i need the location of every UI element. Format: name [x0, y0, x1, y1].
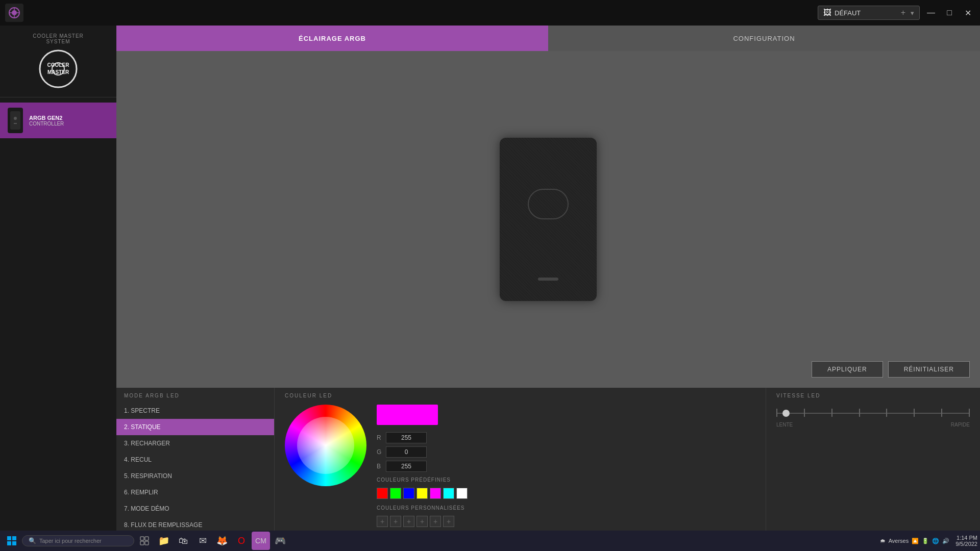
task-view-button[interactable]	[135, 532, 154, 550]
app2-button[interactable]: 🎮	[271, 532, 289, 550]
swatch-cyan[interactable]	[443, 488, 454, 499]
svg-point-1	[12, 10, 17, 15]
app1-button[interactable]: CM	[252, 532, 270, 550]
svg-text:MASTER: MASTER	[47, 69, 69, 75]
custom-slot-5[interactable]: +	[430, 516, 441, 527]
titlebar-right: 🖼 DÉFAUT + ▾ — □ ✕	[818, 6, 975, 20]
swatch-blue[interactable]	[403, 488, 414, 499]
svg-rect-6	[7, 536, 11, 540]
swatch-red[interactable]	[377, 488, 388, 499]
fast-label: RAPIDE	[951, 422, 970, 428]
apply-button[interactable]: APPLIQUER	[812, 361, 883, 378]
store-button[interactable]: 🛍	[174, 532, 192, 550]
custom-slot-6[interactable]: +	[443, 516, 454, 527]
custom-slots: + + + + + +	[377, 516, 755, 527]
sidebar: COOLER MASTER SYSTEM COOLER MASTER ARGB …	[0, 26, 116, 531]
file-explorer-button[interactable]: 📁	[155, 532, 173, 550]
mode-item-statique[interactable]: 2. STATIQUE	[116, 419, 274, 435]
device-label: ARGB GEN2 CONTROLLER	[29, 115, 64, 127]
opera-button[interactable]: O	[232, 532, 251, 550]
bottom-panel: MODE ARGB LED 1. SPECTRE 2. STATIQUE 3. …	[116, 388, 980, 531]
speed-section: VITESSE LED LENTE RAPIDE	[766, 388, 980, 531]
svg-rect-12	[140, 541, 144, 545]
mode-item-recharger[interactable]: 3. RECHARGER	[116, 435, 274, 452]
speed-tick-4	[859, 409, 860, 417]
swatch-white[interactable]	[456, 488, 468, 499]
mode-section-label: MODE ARGB LED	[116, 393, 274, 403]
swatch-yellow[interactable]	[416, 488, 428, 499]
reset-button[interactable]: RÉINITIALISER	[888, 361, 970, 378]
slow-label: LENTE	[776, 422, 793, 428]
main-content: ÉCLAIRAGE ARGB CONFIGURATION APPLIQUER R…	[116, 26, 980, 531]
profile-selector[interactable]: 🖼 DÉFAUT + ▾	[818, 6, 920, 20]
custom-slot-1[interactable]: +	[377, 516, 388, 527]
svg-rect-10	[140, 537, 144, 540]
custom-slot-3[interactable]: +	[403, 516, 414, 527]
brand-line1: COOLER MASTER	[33, 33, 84, 39]
tab-configuration[interactable]: CONFIGURATION	[548, 26, 980, 51]
custom-slot-2[interactable]: +	[390, 516, 401, 527]
start-button[interactable]	[3, 532, 21, 550]
speed-tick-3	[831, 409, 832, 417]
mode-item-demo[interactable]: 7. MODE DÉMO	[116, 500, 274, 517]
tab-eclairage[interactable]: ÉCLAIRAGE ARGB	[116, 26, 548, 51]
search-icon: 🔍	[29, 537, 36, 544]
svg-point-2	[40, 51, 77, 87]
speed-markers	[776, 409, 970, 417]
mode-item-respiration[interactable]: 5. RESPIRATION	[116, 468, 274, 484]
svg-rect-9	[12, 541, 16, 545]
b-input[interactable]	[386, 461, 427, 472]
color-section: COULEUR LED R G B	[275, 388, 766, 531]
maximize-button[interactable]: □	[942, 6, 957, 20]
system-tray: 🌧 Averses 🔼 🔋 🌐 🔊	[875, 538, 955, 544]
speed-tick-7	[941, 409, 942, 417]
speed-tick-5	[886, 409, 887, 417]
device-logo-outline	[528, 189, 569, 219]
browser-button[interactable]: 🦊	[213, 532, 231, 550]
color-wheel[interactable]	[285, 405, 366, 486]
swatch-green[interactable]	[390, 488, 401, 499]
mode-item-spectre[interactable]: 1. SPECTRE	[116, 403, 274, 419]
device-item[interactable]: ARGB GEN2 CONTROLLER	[0, 103, 116, 138]
tab-bar: ÉCLAIRAGE ARGB CONFIGURATION	[116, 26, 980, 51]
taskbar: 🔍 Taper ici pour rechercher 📁 🛍 ✉ 🦊 O CM…	[0, 531, 980, 551]
speed-tick-6	[914, 409, 915, 417]
action-bar: APPLIQUER RÉINITIALISER	[812, 361, 970, 378]
profile-add-icon[interactable]: +	[901, 8, 905, 17]
speed-thumb[interactable]	[782, 410, 790, 417]
selected-color-box[interactable]	[377, 405, 438, 425]
mode-item-remplir[interactable]: 6. REMPLIR	[116, 484, 274, 500]
custom-colors-label: COULEURS PERSONNALISÉES	[377, 505, 755, 511]
tray-icon-1: 🔼	[912, 538, 919, 544]
system-clock: 1:14 PM 9/5/2022	[955, 535, 977, 547]
color-controls: R G B COULEURS PRÉDÉFINIES	[377, 405, 755, 551]
b-row: B	[377, 461, 755, 472]
close-button[interactable]: ✕	[961, 6, 975, 20]
search-placeholder: Taper ici pour rechercher	[39, 538, 102, 544]
g-input[interactable]	[386, 446, 427, 458]
svg-rect-13	[145, 541, 149, 545]
color-main: R G B COULEURS PRÉDÉFINIES	[285, 405, 755, 551]
mode-section: MODE ARGB LED 1. SPECTRE 2. STATIQUE 3. …	[116, 388, 275, 531]
color-section-label: COULEUR LED	[285, 393, 755, 398]
mail-button[interactable]: ✉	[193, 532, 212, 550]
taskbar-search[interactable]: 🔍 Taper ici pour rechercher	[22, 535, 134, 546]
time-display: 1:14 PM	[955, 535, 977, 541]
brand-text: COOLER MASTER SYSTEM	[33, 33, 84, 44]
profile-dropdown-icon[interactable]: ▾	[911, 9, 914, 17]
svg-rect-8	[7, 541, 11, 545]
device-led-bar	[538, 278, 558, 281]
custom-slot-4[interactable]: +	[416, 516, 428, 527]
predefined-colors-label: COULEURS PRÉDÉFINIES	[377, 477, 755, 483]
r-input[interactable]	[386, 432, 427, 443]
b-label: B	[377, 463, 383, 470]
speed-track	[776, 409, 970, 419]
brand-line2: SYSTEM	[33, 39, 84, 44]
mode-item-recul[interactable]: 4. RECUL	[116, 452, 274, 468]
minimize-button[interactable]: —	[924, 6, 938, 20]
app-icon	[5, 4, 23, 22]
profile-image-icon: 🖼	[823, 8, 831, 17]
predefined-colors	[377, 488, 755, 499]
color-wheel-container[interactable]	[285, 405, 366, 486]
swatch-magenta[interactable]	[430, 488, 441, 499]
